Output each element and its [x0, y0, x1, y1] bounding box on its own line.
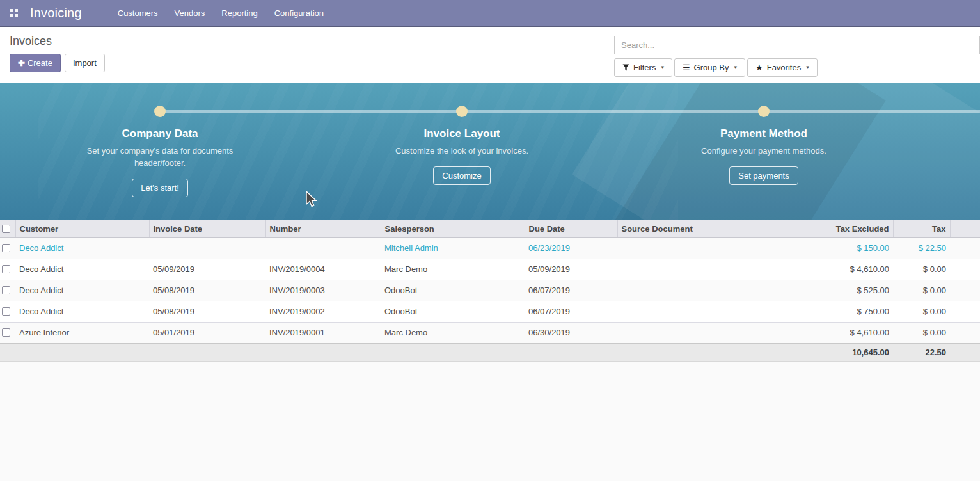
- cell-source_document: [617, 237, 782, 259]
- step-dot-icon: [758, 106, 770, 117]
- lets-start-button[interactable]: Let's start!: [132, 179, 188, 197]
- empty-area: [0, 362, 980, 481]
- search-input[interactable]: [614, 36, 980, 54]
- grid-icon: [10, 9, 19, 18]
- top-navbar: Invoicing Customers Vendors Reporting Co…: [0, 0, 980, 27]
- cell-customer: Deco Addict: [15, 301, 149, 322]
- column-header-tax[interactable]: Tax: [893, 220, 950, 237]
- cell-due_date: 06/07/2019: [525, 280, 617, 301]
- cell-number: INV/2019/0004: [265, 259, 381, 280]
- column-header-source_document[interactable]: Source Document: [617, 220, 782, 237]
- table-row[interactable]: Azure Interior05/01/2019INV/2019/0001Mar…: [0, 322, 980, 343]
- footer-empty-cell: [149, 343, 265, 361]
- cell-tax: $ 0.00: [893, 280, 950, 301]
- step-title: Invoice Layout: [423, 127, 500, 140]
- cell-tax_excluded: $ 4,610.00: [782, 259, 893, 280]
- cell-tax_excluded: $ 750.00: [782, 301, 893, 322]
- cell-salesperson: Marc Demo: [381, 322, 525, 343]
- cell-number: [265, 237, 381, 259]
- footer-empty-cell: [381, 343, 525, 361]
- row-checkbox[interactable]: [2, 265, 10, 273]
- menu-customers[interactable]: Customers: [118, 8, 158, 18]
- menu-vendors[interactable]: Vendors: [175, 8, 205, 18]
- menu-reporting[interactable]: Reporting: [221, 8, 257, 18]
- table-footer-row: 10,645.0022.50: [0, 343, 980, 361]
- favorites-button[interactable]: ★ Favorites▾: [747, 58, 818, 77]
- cell-tax: $ 0.00: [893, 322, 950, 343]
- footer-empty-cell: [15, 343, 149, 361]
- chevron-down-icon: ▾: [734, 62, 738, 73]
- total-tax_excluded: 10,645.00: [782, 343, 893, 361]
- cell-trailing: [950, 259, 980, 280]
- table-row[interactable]: Deco Addict05/09/2019INV/2019/0004Marc D…: [0, 259, 980, 280]
- column-header-due_date[interactable]: Due Date: [525, 220, 617, 237]
- table-row[interactable]: Deco AddictMitchell Admin06/23/2019$ 150…: [0, 237, 980, 259]
- footer-empty-cell: [0, 343, 15, 361]
- step-title: Payment Method: [720, 127, 807, 140]
- cell-trailing: [950, 301, 980, 322]
- step-description: Set your company's data for documents he…: [85, 145, 235, 169]
- cell-salesperson: Marc Demo: [381, 259, 525, 280]
- row-checkbox[interactable]: [2, 328, 10, 337]
- cell-source_document: [617, 280, 782, 301]
- column-header-customer[interactable]: Customer: [15, 220, 149, 237]
- table-header-row: CustomerInvoice DateNumberSalespersonDue…: [0, 220, 980, 237]
- table-row[interactable]: Deco Addict05/08/2019INV/2019/0003OdooBo…: [0, 280, 980, 301]
- menu-configuration[interactable]: Configuration: [274, 8, 324, 18]
- filters-button[interactable]: Filters▾: [614, 58, 672, 77]
- app-title[interactable]: Invoicing: [30, 6, 82, 20]
- cell-due_date: 05/09/2019: [525, 259, 617, 280]
- onboarding-step-invoice-layout: Invoice Layout Customize the look of you…: [360, 106, 564, 185]
- cell-number: INV/2019/0001: [265, 322, 381, 343]
- star-icon: ★: [755, 62, 763, 73]
- cell-source_document: [617, 259, 782, 280]
- column-header-salesperson[interactable]: Salesperson: [381, 220, 525, 237]
- table-row[interactable]: Deco Addict05/08/2019INV/2019/0002OdooBo…: [0, 301, 980, 322]
- cell-customer: Deco Addict: [15, 280, 149, 301]
- cell-source_document: [617, 322, 782, 343]
- import-button[interactable]: Import: [65, 54, 105, 72]
- row-checkbox-cell: [0, 301, 15, 322]
- cell-salesperson: OdooBot: [381, 280, 525, 301]
- footer-empty-cell: [617, 343, 782, 361]
- column-header-tax_excluded[interactable]: Tax Excluded: [782, 220, 893, 237]
- plus-icon: ✚: [18, 58, 25, 68]
- step-dot-icon: [154, 106, 166, 117]
- customize-button[interactable]: Customize: [433, 166, 490, 185]
- row-checkbox[interactable]: [2, 286, 10, 294]
- set-payments-button[interactable]: Set payments: [729, 166, 798, 185]
- cell-invoice_date: 05/08/2019: [149, 301, 265, 322]
- column-header-trailing: [950, 220, 980, 237]
- apps-menu-icon[interactable]: [4, 4, 24, 23]
- cell-due_date: 06/30/2019: [525, 322, 617, 343]
- cell-salesperson: OdooBot: [381, 301, 525, 322]
- cell-due_date: 06/07/2019: [525, 301, 617, 322]
- navbar-menus: Customers Vendors Reporting Configuratio…: [118, 8, 324, 18]
- cell-invoice_date: 05/08/2019: [149, 280, 265, 301]
- footer-empty-cell: [525, 343, 617, 361]
- step-description: Configure your payment methods.: [701, 145, 826, 157]
- cell-tax_excluded: $ 4,610.00: [782, 322, 893, 343]
- create-button[interactable]: ✚Create: [10, 54, 61, 72]
- group-by-button[interactable]: ☰ Group By▾: [674, 58, 745, 77]
- cell-trailing: [950, 322, 980, 343]
- select-all-checkbox-cell: [0, 220, 15, 237]
- select-all-checkbox[interactable]: [2, 225, 10, 233]
- step-dot-icon: [456, 106, 468, 117]
- onboarding-step-company-data: Company Data Set your company's data for…: [58, 106, 262, 197]
- row-checkbox[interactable]: [2, 244, 10, 252]
- cell-trailing: [950, 237, 980, 259]
- invoices-table: CustomerInvoice DateNumberSalespersonDue…: [0, 220, 980, 362]
- cell-source_document: [617, 301, 782, 322]
- row-checkbox[interactable]: [2, 307, 10, 316]
- cell-salesperson: Mitchell Admin: [381, 237, 525, 259]
- total-tax: 22.50: [893, 343, 950, 361]
- row-checkbox-cell: [0, 237, 15, 259]
- column-header-invoice_date[interactable]: Invoice Date: [149, 220, 265, 237]
- column-header-number[interactable]: Number: [265, 220, 381, 237]
- cell-invoice_date: 05/09/2019: [149, 259, 265, 280]
- onboarding-step-payment-method: Payment Method Configure your payment me…: [661, 106, 866, 185]
- cell-due_date: 06/23/2019: [525, 237, 617, 259]
- cell-tax: $ 0.00: [893, 301, 950, 322]
- step-description: Customize the look of your invoices.: [395, 145, 528, 157]
